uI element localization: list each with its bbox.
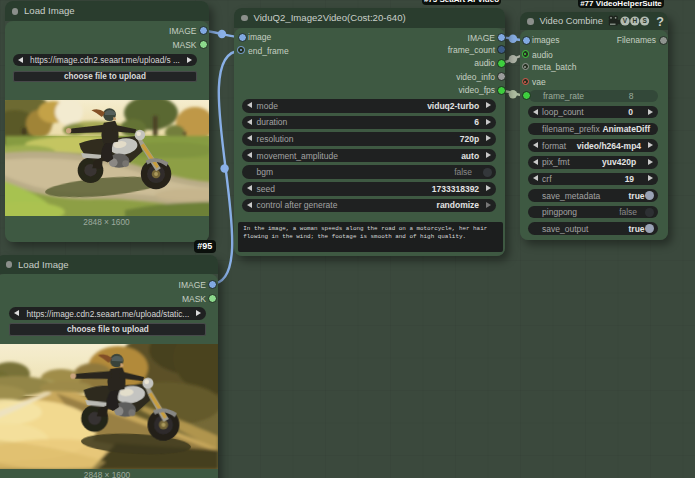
svg-text:V: V (623, 17, 628, 24)
svg-text:S: S (642, 17, 647, 24)
svg-text:H: H (632, 17, 637, 24)
svg-text:?: ? (656, 15, 664, 27)
